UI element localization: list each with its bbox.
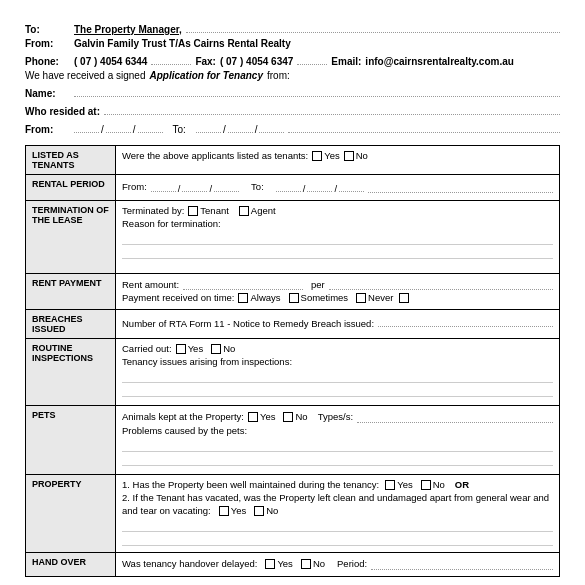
pets-yes-checkbox[interactable] [248, 412, 258, 422]
terminated-by-label: Terminated by: [122, 205, 184, 216]
rental-to-label: To: [251, 181, 264, 192]
rental-dates-row: From: / / To: / / [122, 179, 553, 194]
problems-textarea[interactable] [122, 438, 553, 468]
rent-amount-input[interactable] [183, 278, 303, 290]
no-checkbox-item[interactable]: No [344, 150, 368, 161]
rent-payment-row: RENT PAYMENT Rent amount: per Payment re… [26, 274, 560, 310]
listed-tenants-label: LISTED ASTENANTS [26, 146, 116, 175]
property-item1-text: 1. Has the Property been well maintained… [122, 479, 379, 490]
yes-label: Yes [324, 150, 340, 161]
or-text: OR [455, 479, 469, 490]
agent-checkbox-item[interactable]: Agent [239, 205, 276, 216]
tear-text: and tear on vacating: [122, 505, 211, 516]
breaches-label: BREACHES ISSUED [26, 310, 116, 339]
from-label2: From: [25, 124, 70, 135]
always-checkbox-item[interactable]: Always [238, 292, 280, 303]
header: To: The Property Manager, From: Galvin F… [25, 20, 560, 135]
to-label2: To: [173, 124, 186, 135]
yes-checkbox-item[interactable]: Yes [312, 150, 340, 161]
received-row: We have received a signed Application fo… [25, 70, 560, 81]
prop-yes2-item[interactable]: Yes [219, 505, 247, 516]
rent-payment-label: RENT PAYMENT [26, 274, 116, 310]
rent-amount-row: Rent amount: per [122, 278, 553, 290]
property-label: PROPERTY [26, 475, 116, 553]
insp-yes-checkbox[interactable] [176, 344, 186, 354]
animals-label: Animals kept at the Property: [122, 411, 244, 422]
never-checkbox[interactable] [356, 293, 366, 303]
insp-yes-item[interactable]: Yes [176, 343, 204, 354]
tenancy-issues-label-row: Tenancy issues arising from inspections: [122, 356, 553, 367]
ho-yes-item[interactable]: Yes [265, 558, 293, 569]
ho-no-label: No [313, 558, 325, 569]
prop-no1-label: No [433, 479, 445, 490]
tear-row: and tear on vacating: Yes No [122, 505, 553, 516]
reason-textarea[interactable] [122, 231, 553, 267]
carried-out-row: Carried out: Yes No [122, 343, 553, 354]
ho-yes-label: Yes [277, 558, 293, 569]
carried-out-label: Carried out: [122, 343, 172, 354]
prop-no1-item[interactable]: No [421, 479, 445, 490]
pets-yes-item[interactable]: Yes [248, 411, 276, 422]
rental-period-content: From: / / To: / / [116, 175, 560, 201]
animals-row: Animals kept at the Property: Yes No Typ… [122, 410, 553, 423]
terminated-by-row: Terminated by: Tenant Agent [122, 205, 553, 216]
routine-inspections-label: ROUTINE INSPECTIONS [26, 339, 116, 406]
yes-checkbox[interactable] [312, 151, 322, 161]
prop-no2-label: No [266, 505, 278, 516]
no-label: No [356, 150, 368, 161]
termination-content: Terminated by: Tenant Agent Reason for t… [116, 201, 560, 274]
tenant-checkbox[interactable] [188, 206, 198, 216]
from-value: Galvin Family Trust T/As Cairns Rental R… [74, 38, 291, 49]
insp-no-item[interactable]: No [211, 343, 235, 354]
prop-no2-checkbox[interactable] [254, 506, 264, 516]
to-row: To: The Property Manager, [25, 20, 560, 35]
prop-yes1-checkbox[interactable] [385, 480, 395, 490]
prop-yes2-checkbox[interactable] [219, 506, 229, 516]
ho-yes-checkbox[interactable] [265, 559, 275, 569]
rental-from-date: / / [151, 179, 239, 194]
email-label: Email: [331, 56, 361, 67]
prop-no1-checkbox[interactable] [421, 480, 431, 490]
pets-no-item[interactable]: No [283, 411, 307, 422]
pets-row: PETS Animals kept at the Property: Yes N… [26, 406, 560, 475]
never-extra-checkbox[interactable] [399, 293, 409, 303]
fax-value: ( 07 ) 4054 6347 [220, 56, 293, 67]
problems-label-row: Problems caused by the pets: [122, 425, 553, 436]
received-bold: Application for Tenancy [149, 70, 263, 81]
tenant-checkbox-item[interactable]: Tenant [188, 205, 229, 216]
received-from: from: [267, 70, 290, 81]
termination-label: TERMINATION OF THE LEASE [26, 201, 116, 274]
breaches-content: Number of RTA Form 11 - Notice to Remedy… [116, 310, 560, 339]
ho-no-checkbox[interactable] [301, 559, 311, 569]
phone-row: Phone: ( 07 ) 4054 6344 Fax: ( 07 ) 4054… [25, 52, 560, 67]
to-label: To: [25, 24, 70, 35]
per-period-input[interactable] [329, 278, 553, 290]
prop-no2-item[interactable]: No [254, 505, 278, 516]
listed-tenants-check-row: Were the above applicants listed as tena… [122, 150, 553, 161]
sometimes-label: Sometimes [301, 292, 349, 303]
property-textarea[interactable] [122, 518, 553, 546]
to-value: The Property Manager, [74, 24, 182, 35]
per-text: per [311, 279, 325, 290]
sometimes-checkbox[interactable] [289, 293, 299, 303]
ho-no-item[interactable]: No [301, 558, 325, 569]
prop-yes1-item[interactable]: Yes [385, 479, 413, 490]
never-checkbox-item[interactable]: Never [356, 292, 393, 303]
pets-no-checkbox[interactable] [283, 412, 293, 422]
listed-tenants-row: LISTED ASTENANTS Were the above applican… [26, 146, 560, 175]
routine-inspections-row: ROUTINE INSPECTIONS Carried out: Yes No … [26, 339, 560, 406]
insp-no-checkbox[interactable] [211, 344, 221, 354]
sometimes-checkbox-item[interactable]: Sometimes [289, 292, 349, 303]
no-checkbox[interactable] [344, 151, 354, 161]
always-checkbox[interactable] [238, 293, 248, 303]
handover-row: HAND OVER Was tenancy handover delayed: … [26, 553, 560, 577]
tenancy-issues-textarea[interactable] [122, 369, 553, 399]
rental-period-label: RENTAL PERIOD [26, 175, 116, 201]
property-item1-row: 1. Has the Property been well maintained… [122, 479, 553, 490]
phone-label: Phone: [25, 56, 70, 67]
breaches-text: Number of RTA Form 11 - Notice to Remedy… [122, 318, 374, 329]
main-table: LISTED ASTENANTS Were the above applican… [25, 145, 560, 577]
agent-checkbox[interactable] [239, 206, 249, 216]
listed-tenants-text: Were the above applicants listed as tena… [122, 150, 308, 161]
reason-row: Reason for termination: [122, 218, 553, 229]
